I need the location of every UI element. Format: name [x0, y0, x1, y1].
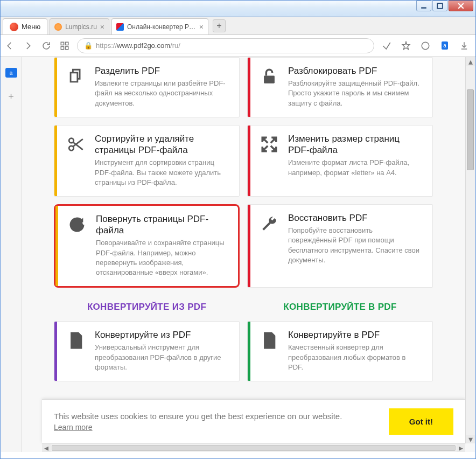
vertical-scrollbar[interactable]: ▴ ▾	[465, 57, 475, 443]
favicon-lumpics	[54, 23, 62, 31]
card-unlock-pdf[interactable]: Разблокировать PDF Разблокируйте защищён…	[247, 57, 433, 117]
tab-label: Lumpics.ru	[65, 23, 97, 31]
rail-translate-badge[interactable]: a	[5, 68, 17, 78]
card-description: Попробуйте восстановить повреждённый PDF…	[288, 226, 423, 265]
card-title: Восстановить PDF	[288, 212, 423, 224]
card-title: Разделить PDF	[95, 65, 229, 76]
tab-close-icon[interactable]: ×	[100, 23, 104, 31]
svg-point-8	[422, 42, 429, 50]
card-title: Изменить размер страниц PDF-файла	[288, 133, 423, 156]
rotate-icon	[58, 206, 96, 286]
nav-reload-button[interactable]	[40, 40, 52, 52]
svg-text:人: 人	[73, 340, 78, 346]
speed-dial-button[interactable]	[59, 40, 71, 52]
url-host: www.pdf2go.com	[117, 41, 170, 50]
card-repair-pdf[interactable]: Восстановить PDF Попробуйте восстановить…	[247, 204, 433, 288]
tab-label: Онлайн-конвертер PDF-д	[127, 23, 196, 31]
favicon-pdf2go	[116, 23, 124, 31]
card-description: Инструмент для сортировки страниц PDF-фа…	[95, 158, 229, 187]
adblock-icon[interactable]	[419, 40, 431, 52]
opera-menu-button[interactable]: Меню	[3, 18, 47, 34]
svg-rect-6	[61, 46, 64, 49]
horizontal-scroll-thumb[interactable]	[52, 445, 456, 451]
url-scheme: https://	[96, 41, 117, 50]
url-path: /ru/	[170, 41, 180, 50]
svg-rect-7	[66, 46, 68, 49]
card-title: Конвертируйте из PDF	[95, 329, 229, 340]
expand-icon	[250, 126, 288, 196]
card-sort-delete-pages[interactable]: Сортируйте и удаляйте страницы PDF-файла…	[54, 125, 240, 197]
card-resize-pages[interactable]: Изменить размер страниц PDF-файла Измени…	[247, 125, 433, 197]
card-title: Разблокировать PDF	[288, 65, 423, 76]
card-split-pdf[interactable]: Разделить PDF Извлеките страницы или раз…	[54, 57, 240, 117]
nav-forward-button[interactable]	[22, 40, 34, 52]
download-icon[interactable]	[458, 40, 470, 52]
window-minimize-button[interactable]	[416, 1, 431, 11]
rail-add-button[interactable]: +	[5, 91, 17, 102]
copy-icon	[57, 58, 95, 117]
svg-rect-4	[61, 42, 64, 45]
window-maximize-button[interactable]	[432, 1, 447, 11]
card-convert-to-pdf[interactable]: 人 Конвертируйте в PDF Качественный конве…	[247, 321, 433, 381]
address-bar: 🔒 https://www.pdf2go.com/ru/ а	[1, 35, 475, 57]
tab-strip: Меню Lumpics.ru × Онлайн-конвертер PDF-д…	[1, 17, 475, 35]
scroll-up-arrow-icon[interactable]: ▴	[466, 57, 475, 66]
card-rotate-pages[interactable]: Повернуть страницы PDF-файла Поворачивай…	[54, 204, 240, 288]
unlock-icon	[250, 58, 288, 117]
vertical-scroll-thumb[interactable]	[467, 89, 474, 170]
window-titlebar	[1, 1, 475, 17]
bookmark-icon[interactable]	[400, 40, 412, 52]
card-title: Сортируйте и удаляйте страницы PDF-файла	[95, 133, 229, 156]
opera-logo-icon	[10, 23, 18, 31]
card-description: Извлеките страницы или разбейте PDF-файл…	[95, 79, 229, 108]
scroll-left-arrow-icon[interactable]: ◂	[42, 444, 51, 452]
svg-rect-10	[264, 76, 275, 84]
lock-icon: 🔒	[84, 41, 93, 50]
page-viewport: Разделить PDF Извлеките страницы или раз…	[22, 57, 475, 452]
card-description: Измените формат листа PDF-файла, наприме…	[288, 158, 423, 177]
cookie-learn-more-link[interactable]: Learn more	[54, 423, 379, 432]
tab-lumpics[interactable]: Lumpics.ru ×	[50, 18, 109, 34]
card-description: Качественный конвертер для преобразовани…	[288, 343, 423, 372]
scroll-down-arrow-icon[interactable]: ▾	[466, 435, 475, 443]
new-tab-button[interactable]: +	[213, 19, 226, 32]
tab-close-icon[interactable]: ×	[199, 23, 204, 31]
scroll-right-arrow-icon[interactable]: ▸	[457, 444, 465, 452]
url-input[interactable]: 🔒 https://www.pdf2go.com/ru/	[77, 38, 374, 53]
section-header-to-pdf: КОНВЕРТИРУЙТЕ В PDF	[247, 302, 433, 312]
card-title: Конвертируйте в PDF	[288, 329, 423, 340]
tab-pdf2go[interactable]: Онлайн-конвертер PDF-д ×	[111, 18, 208, 34]
cookie-banner: This website uses cookies to ensure you …	[42, 399, 465, 443]
vpn-icon[interactable]	[381, 40, 393, 52]
horizontal-scrollbar[interactable]: ◂ ▸	[42, 443, 465, 452]
card-description: Универсальный инструмент для преобразова…	[95, 343, 229, 372]
svg-text:人: 人	[266, 340, 271, 346]
scissors-icon	[57, 126, 95, 196]
svg-rect-5	[66, 42, 68, 45]
cookie-message: This website uses cookies to ensure you …	[54, 412, 342, 421]
window-close-button[interactable]	[449, 1, 473, 11]
cookie-accept-button[interactable]: Got it!	[389, 408, 453, 435]
section-header-from-pdf: КОНВЕРТИРУЙТЕ ИЗ PDF	[54, 302, 240, 312]
card-convert-from-pdf[interactable]: 人 Конвертируйте из PDF Универсальный инс…	[54, 321, 240, 381]
wrench-icon	[250, 205, 288, 287]
pdf-icon: 人	[57, 322, 95, 381]
nav-back-button[interactable]	[4, 40, 16, 52]
card-title: Повернуть страницы PDF-файла	[96, 213, 228, 237]
card-description: Поворачивайте и сохраняйте страницы PDF-…	[96, 238, 228, 277]
card-description: Разблокируйте защищённый PDF-файл. Прост…	[288, 79, 423, 108]
pdf-icon: 人	[250, 322, 288, 381]
svg-rect-1	[437, 3, 443, 9]
menu-label: Меню	[22, 23, 40, 31]
translate-icon[interactable]: а	[439, 40, 451, 52]
browser-side-rail: a +	[1, 57, 22, 452]
